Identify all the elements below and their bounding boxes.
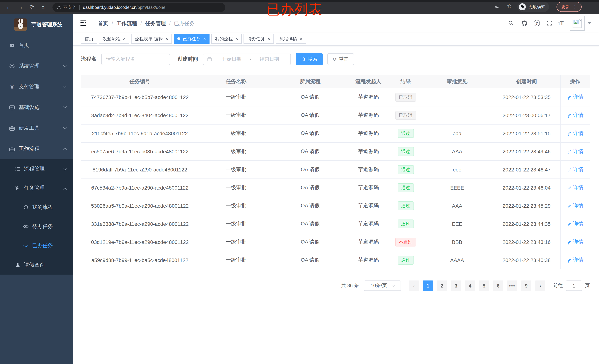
pager-prev[interactable]: ‹ (409, 281, 419, 291)
process-name-input[interactable]: 请输入流程名 (101, 53, 170, 65)
pager-page-3[interactable]: 3 (451, 281, 461, 291)
sidebar-item-task-mgmt[interactable]: 任务管理 (0, 178, 73, 198)
calendar-icon (207, 57, 212, 62)
fullscreen-icon[interactable] (546, 20, 552, 28)
sidebar-item-process-mgmt[interactable]: 流程管理 (0, 159, 73, 178)
breadcrumb-home[interactable]: 首页 (98, 20, 108, 27)
detail-button[interactable]: 详情 (567, 112, 583, 119)
cell-task-name: 一级审批 (199, 143, 273, 160)
browser-reload-icon[interactable]: ⟳ (30, 3, 34, 11)
col-create-time: 创建时间 (493, 78, 560, 85)
pager-page-5[interactable]: 5 (479, 281, 489, 291)
pager-ellipsis[interactable]: ••• (507, 281, 517, 291)
sidebar-item-label: 已办任务 (32, 242, 53, 249)
close-icon[interactable]: × (166, 36, 168, 41)
cell-comment: AAAA (421, 251, 493, 269)
sidebar-item-payment[interactable]: ¥ 支付管理 (0, 77, 73, 97)
help-icon[interactable]: ? (534, 20, 540, 26)
chevron-down-icon (392, 284, 395, 287)
sidebar-item-done-tasks[interactable]: 已办任务 (0, 236, 73, 255)
browser-update-button[interactable]: 更新 ⋮ (556, 2, 582, 12)
page-size-select[interactable]: 10条/页 (364, 281, 401, 291)
tab-todo-tasks[interactable]: 待办任务× (244, 34, 274, 44)
github-icon[interactable] (521, 20, 528, 28)
eye-closed-icon (23, 243, 29, 249)
tab-my-process[interactable]: 我的流程× (211, 34, 242, 44)
close-icon[interactable]: × (203, 36, 206, 41)
detail-button[interactable]: 详情 (567, 166, 583, 173)
sidebar-item-leave-query[interactable]: 请假查询 (0, 255, 73, 275)
app-logo-row[interactable]: 芋道管理系统 (0, 14, 73, 35)
avatar-caret-icon[interactable] (588, 22, 591, 24)
detail-button[interactable]: 详情 (567, 239, 583, 245)
detail-button[interactable]: 详情 (567, 203, 583, 209)
chevron-down-icon (63, 167, 67, 170)
cell-create-time: 2022-01-22 23:53:35 (493, 88, 560, 106)
pager-page-4[interactable]: 4 (465, 281, 475, 291)
main-area: 首页 / 工作流程 / 任务管理 / 已办任务 ? TT (73, 14, 599, 364)
col-result: 结果 (390, 78, 421, 85)
face-icon (23, 204, 29, 210)
pager-page-2[interactable]: 2 (437, 281, 447, 291)
security-label[interactable]: 不安全 (63, 5, 76, 10)
tab-process-detail[interactable]: 流程详情× (276, 34, 306, 44)
close-icon[interactable]: × (268, 36, 270, 41)
sidebar-item-my-process[interactable]: 我的流程 (0, 198, 73, 217)
sidebar-item-workflow[interactable]: 工作流程 (0, 139, 73, 159)
cell-process: OA 请假 (273, 88, 347, 106)
reset-button[interactable]: ⟳ 重置 (327, 53, 354, 65)
cell-task-id: 8196daff-7b9a-11ec-a290-acde48001122 (81, 161, 199, 178)
address-bar[interactable]: 不安全 dashboard.yudao.iocoder.cn/bpm/task/… (53, 3, 225, 12)
font-size-icon[interactable]: TT (558, 20, 564, 27)
browser-forward-icon[interactable]: → (18, 3, 23, 11)
sidebar-item-home[interactable]: 首页 (0, 35, 73, 56)
incognito-label: 无痕模式 (529, 4, 546, 10)
tab-form-edit[interactable]: 流程表单-编辑× (131, 34, 172, 44)
detail-button[interactable]: 详情 (567, 94, 583, 100)
date-range-input[interactable]: 开始日期 - 结束日期 (203, 53, 291, 65)
detail-button[interactable]: 详情 (567, 130, 583, 137)
avatar[interactable] (570, 16, 585, 31)
close-icon[interactable]: × (300, 36, 302, 41)
update-label[interactable]: 更新 (561, 4, 570, 10)
detail-button[interactable]: 详情 (567, 257, 583, 264)
pager-page-1[interactable]: 1 (423, 281, 433, 291)
page-content: 流程名 请输入流程名 创建时间 开始日期 - 结束日期 搜索 ⟳ 重置 (73, 46, 599, 291)
table-header: 任务编号 任务名称 所属流程 流程发起人 结果 审批意见 创建时间 操作 (81, 75, 590, 88)
close-icon[interactable]: × (123, 36, 126, 41)
sidebar-collapse-icon[interactable] (80, 20, 87, 27)
pager-page-9[interactable]: 9 (521, 281, 531, 291)
cell-actions: 详情 (560, 179, 590, 197)
cell-process: OA 请假 (273, 233, 347, 251)
sidebar-item-system[interactable]: 系统管理 (0, 56, 73, 77)
pager-next[interactable]: › (535, 281, 546, 291)
browser-menu-icon[interactable]: ⋮ (573, 4, 577, 9)
pager-page-6[interactable]: 6 (493, 281, 503, 291)
browser-back-icon[interactable]: ← (6, 3, 11, 11)
detail-button[interactable]: 详情 (567, 148, 583, 155)
tab-done-tasks[interactable]: 已办任务× (174, 34, 210, 44)
tab-home[interactable]: 首页 (81, 34, 97, 44)
cell-comment (421, 107, 493, 124)
bookmark-star-icon[interactable]: ☆ (507, 3, 512, 9)
cell-task-name: 一级审批 (199, 197, 273, 215)
cell-process: OA 请假 (273, 179, 347, 197)
password-key-icon[interactable] (494, 4, 500, 10)
detail-button[interactable]: 详情 (567, 221, 583, 227)
detail-button[interactable]: 详情 (567, 184, 583, 191)
sidebar-item-infrastructure[interactable]: 基础设施 (0, 97, 73, 118)
goto-page-input[interactable]: 1 (566, 281, 582, 291)
sidebar-item-devtools[interactable]: 研发工具 (0, 118, 73, 139)
search-button[interactable]: 搜索 (296, 53, 323, 65)
search-icon[interactable] (508, 20, 514, 28)
cell-initiator: 芋道源码 (347, 124, 390, 142)
breadcrumb-workflow[interactable]: 工作流程 (116, 20, 137, 27)
cell-task-id: a59c9d88-7b99-11ec-ba5c-acde48001122 (81, 251, 199, 269)
tab-start-process[interactable]: 发起流程× (99, 34, 129, 44)
breadcrumb-task-mgmt[interactable]: 任务管理 (145, 20, 166, 27)
sidebar-item-label: 研发工具 (19, 125, 40, 132)
close-icon[interactable]: × (235, 36, 238, 41)
browser-home-icon[interactable]: ⌂ (41, 3, 45, 11)
cell-comment: eee (421, 161, 493, 178)
sidebar-item-todo-tasks[interactable]: 待办任务 (0, 217, 73, 236)
